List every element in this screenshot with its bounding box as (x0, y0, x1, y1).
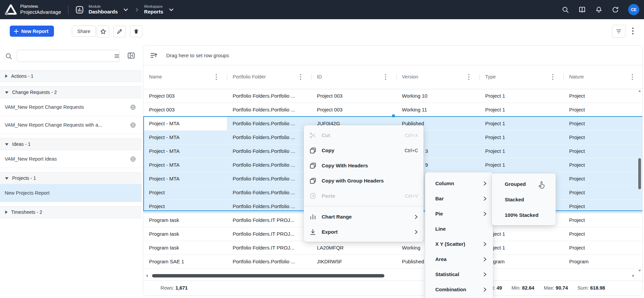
cell-nature[interactable]: Project (563, 241, 643, 255)
column-menu-kebab-icon[interactable] (385, 74, 386, 80)
cell-type[interactable]: Project 1 (479, 158, 563, 172)
cell-name[interactable]: Project - MTA (143, 172, 227, 186)
cell-nature[interactable]: Project (563, 227, 643, 241)
chart-menu-item-combination[interactable]: Combination (425, 282, 493, 297)
column-submenu-item-grouped[interactable]: Grouped (492, 176, 556, 192)
row-group-drop-zone[interactable]: Drag here to set row groups (143, 46, 642, 65)
cell-name[interactable]: Program task (143, 213, 227, 227)
chart-menu-item-line[interactable]: Line (425, 221, 493, 236)
cell-type[interactable]: Project 1 (479, 117, 563, 130)
table-row[interactable]: Program SAE 1Portfolio Folders.Portfolio… (143, 255, 643, 269)
cell-name[interactable]: Program SAE 1 (143, 255, 227, 268)
chart-menu-item-bar[interactable]: Bar (425, 191, 493, 206)
notifications-bell-icon[interactable] (595, 6, 603, 13)
cell-nature[interactable]: Project (563, 117, 643, 130)
cell-portfolio[interactable]: Portfolio Folders.Portfolio ... (227, 172, 311, 186)
cell-portfolio[interactable]: Portfolio Folders.Portfolio ... (227, 255, 311, 268)
cell-id[interactable]: JIKDRW5F (311, 255, 396, 268)
cell-portfolio[interactable]: Portfolio Folders.IT PROJ... (227, 227, 311, 241)
column-submenu-item-stacked[interactable]: Stacked (492, 192, 556, 207)
scroll-left-arrow-icon[interactable] (145, 274, 149, 277)
new-report-button[interactable]: New Report (10, 26, 54, 37)
menu-item-copy-with-group-headers[interactable]: Copy with Group Headers (304, 173, 423, 188)
cell-nature[interactable]: Project (563, 131, 643, 144)
cell-name[interactable]: Project (143, 186, 227, 199)
chart-menu-item-column[interactable]: Column (425, 176, 493, 191)
sidebar-item-new-projects-report[interactable]: New Projects Report (0, 184, 142, 202)
cell-portfolio[interactable]: Portfolio Folders.Portfolio ... (227, 103, 311, 117)
cell-type[interactable]: Project 1 (479, 89, 563, 103)
column-header-portfolio-folder[interactable]: Portfolio Folder (227, 65, 311, 89)
refresh-icon[interactable] (612, 6, 619, 13)
cell-name[interactable]: Project - MTA (143, 131, 227, 144)
sidebar-group-ideas-1[interactable]: Ideas - 1 (0, 138, 142, 150)
cell-name[interactable]: Program SAE 1 (143, 269, 227, 273)
cell-portfolio[interactable]: Portfolio Folders.Portfolio ... (227, 158, 311, 172)
search-icon[interactable] (562, 6, 569, 13)
cell-portfolio[interactable]: Portfolio Folders.Portfolio ... (227, 200, 311, 213)
table-row[interactable]: Program SAE 1Portfolio Folders.Portfolio… (143, 269, 643, 273)
cell-portfolio[interactable]: Portfolio Folders.IT PROJ... (227, 241, 311, 255)
cell-portfolio[interactable]: Portfolio Folders.Portfolio ... (227, 89, 311, 103)
menu-item-chart-range[interactable]: Chart Range (304, 209, 423, 224)
sidebar-search-input[interactable] (17, 50, 120, 62)
chart-menu-item-area[interactable]: Area (425, 252, 493, 267)
cell-nature[interactable]: Project (563, 186, 643, 199)
cell-name[interactable]: Project (143, 200, 227, 213)
menu-item-copy[interactable]: CopyCtrl+C (304, 143, 423, 158)
column-header-id[interactable]: ID (311, 65, 396, 89)
cell-nature[interactable]: Project (563, 172, 643, 186)
cell-type[interactable]: Project 1 (479, 103, 563, 117)
toolbar-more-menu[interactable] (632, 27, 634, 35)
cell-id[interactable]: LA20MFQR (311, 241, 396, 255)
filter-button[interactable] (612, 25, 625, 38)
chart-menu-item-statistical[interactable]: Statistical (425, 267, 493, 282)
cell-id[interactable]: JIKDRW5F (311, 269, 396, 273)
column-menu-kebab-icon[interactable] (468, 74, 470, 80)
column-header-type[interactable]: Type (479, 65, 563, 89)
sidebar-item-vam-new-report-change-requests[interactable]: VAM_New Report Change Requests (0, 98, 142, 116)
column-menu-kebab-icon[interactable] (215, 74, 217, 80)
cell-id[interactable]: Project 003 (311, 89, 396, 103)
cell-portfolio[interactable]: Portfolio Folders.IT PROJ... (227, 213, 311, 227)
cell-id[interactable]: Project 003 (311, 103, 396, 117)
column-header-name[interactable]: Name (143, 65, 227, 89)
menu-item-copy-with-headers[interactable]: Copy With Headers (304, 158, 423, 173)
cell-name[interactable]: Project 003 (143, 103, 227, 117)
column-header-version[interactable]: Version (396, 65, 479, 89)
cell-nature[interactable]: Project (563, 200, 643, 213)
sidebar-group-change-requests-2[interactable]: Change Requests - 2 (0, 86, 142, 98)
cell-nature[interactable]: Program (563, 255, 643, 268)
cell-name[interactable]: Program task (143, 227, 227, 241)
cell-name[interactable]: Program task (143, 241, 227, 255)
scroll-down-arrow-icon[interactable] (638, 269, 641, 272)
sidebar-group-timesheets-2[interactable]: Timesheets - 2 (0, 206, 142, 218)
edit-button[interactable] (113, 26, 126, 37)
vertical-scroll-thumb[interactable] (638, 158, 641, 189)
chart-menu-item-x-y-scatter[interactable]: X Y (Scatter) (425, 236, 493, 252)
cell-name[interactable]: Project - MTA (143, 144, 227, 158)
search-options-icon[interactable] (114, 53, 120, 59)
cell-nature[interactable]: Project (563, 89, 643, 103)
collapse-sidebar-button[interactable] (127, 51, 136, 60)
cell-portfolio[interactable]: Portfolio Folders.Portfolio ... (227, 269, 311, 273)
cell-nature[interactable]: Project (563, 213, 643, 227)
cell-portfolio[interactable]: Portfolio Folders.Portfolio ... (227, 117, 311, 130)
cell-version[interactable]: Working 10 (396, 89, 479, 103)
delete-button[interactable] (130, 26, 142, 37)
user-avatar[interactable]: CE (628, 4, 639, 15)
table-row[interactable]: Project 003Portfolio Folders.Portfolio .… (143, 89, 643, 103)
cell-nature[interactable]: Program (563, 269, 643, 273)
sidebar-item-vam-new-report-change-requests-with-a[interactable]: VAM_New Report Change Requests with a... (0, 116, 142, 134)
column-header-nature[interactable]: Nature (563, 65, 643, 89)
cell-version[interactable]: Working 11 (396, 103, 479, 117)
workspace-caret-down-icon[interactable] (169, 8, 173, 11)
column-menu-kebab-icon[interactable] (632, 74, 633, 80)
scroll-up-arrow-icon[interactable] (638, 90, 641, 93)
table-row[interactable]: Program taskPortfolio Folders.IT PROJ...… (143, 241, 643, 255)
sidebar-group-actions-1[interactable]: Actions - 1 (0, 70, 142, 82)
cell-type[interactable]: Project 1 (479, 131, 563, 144)
cell-portfolio[interactable]: Portfolio Folders.Portfolio ... (227, 186, 311, 199)
cell-type[interactable]: Project 1 (479, 144, 563, 158)
horizontal-scroll-thumb[interactable] (152, 274, 384, 277)
